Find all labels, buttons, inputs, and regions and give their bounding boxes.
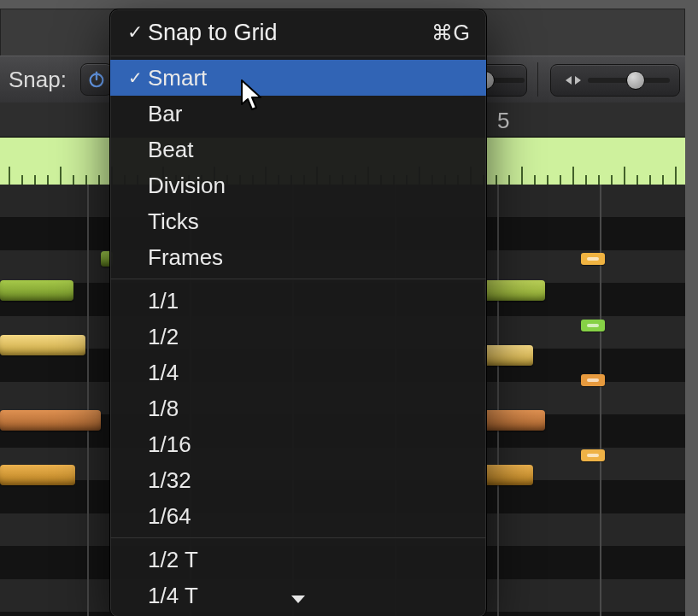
menu-item-label: 1/32	[148, 467, 191, 494]
menu-item-label: Frames	[148, 244, 223, 271]
menu-item-label: 1/2	[148, 324, 179, 350]
menu-item[interactable]: 1/4	[110, 355, 486, 390]
midi-note[interactable]	[581, 320, 605, 331]
menu-item[interactable]: 1/2 T	[110, 542, 486, 578]
midi-note[interactable]	[484, 410, 545, 431]
menu-body: ✓SmartBarBeatDivisionTicksFrames1/11/21/…	[110, 56, 486, 616]
menu-item[interactable]: ✓Smart	[110, 60, 486, 96]
midi-note[interactable]	[0, 465, 75, 485]
menu-title: Snap to Grid	[148, 20, 431, 46]
midi-note[interactable]	[0, 410, 101, 431]
menu-item-label: Bar	[148, 101, 182, 127]
horizontal-zoom-slider[interactable]	[550, 64, 678, 95]
midi-note[interactable]	[0, 335, 85, 355]
menu-item-label: 1/16	[148, 431, 191, 458]
snap-menu-header[interactable]: ✓ Snap to Grid ⌘G	[110, 9, 486, 56]
menu-item-label: Ticks	[148, 208, 199, 235]
menu-item[interactable]: 1/64	[110, 498, 486, 534]
menu-scroll-indicator[interactable]	[110, 595, 486, 612]
menu-shortcut: ⌘G	[431, 21, 471, 45]
midi-note[interactable]	[484, 280, 545, 301]
menu-item[interactable]: 1/2	[110, 319, 486, 355]
separator	[537, 62, 538, 97]
menu-item-label: Beat	[148, 137, 194, 163]
menu-item[interactable]: 1/32	[110, 462, 486, 498]
midi-note[interactable]	[581, 374, 605, 386]
snap-power-button[interactable]	[80, 63, 113, 96]
midi-note[interactable]	[0, 280, 73, 301]
chevron-down-icon	[290, 595, 306, 605]
menu-item[interactable]: Division	[110, 167, 486, 203]
menu-item-label: 1/1	[148, 288, 179, 314]
midi-note[interactable]	[484, 465, 533, 485]
menu-item[interactable]: 1/8	[110, 390, 486, 426]
power-icon	[87, 70, 106, 89]
menu-item[interactable]: Frames	[110, 239, 486, 275]
menu-item-label: 1/2 T	[148, 547, 198, 573]
check-icon: ✓	[122, 21, 148, 44]
menu-item[interactable]: Ticks	[110, 203, 486, 239]
ruler-marker: 5	[497, 108, 509, 134]
check-icon: ✓	[122, 67, 148, 88]
midi-note[interactable]	[581, 449, 605, 461]
snap-menu: ✓ Snap to Grid ⌘G ✓SmartBarBeatDivisionT…	[109, 9, 487, 616]
menu-item[interactable]: 1/1	[110, 283, 486, 319]
leftright-icon	[564, 74, 583, 86]
menu-item-label: 1/4	[148, 360, 179, 386]
menu-item[interactable]: 1/16	[110, 426, 486, 462]
snap-label: Snap:	[5, 67, 67, 93]
menu-item-label: 1/64	[148, 503, 191, 530]
midi-note[interactable]	[484, 345, 533, 366]
menu-item-label: Smart	[148, 65, 207, 91]
zoom-controls	[457, 56, 685, 103]
menu-item[interactable]: Beat	[110, 132, 486, 167]
menu-item-label: 1/8	[148, 396, 179, 422]
menu-item[interactable]: Bar	[110, 96, 486, 132]
midi-note[interactable]	[581, 253, 605, 265]
menu-item-label: Division	[148, 173, 226, 199]
